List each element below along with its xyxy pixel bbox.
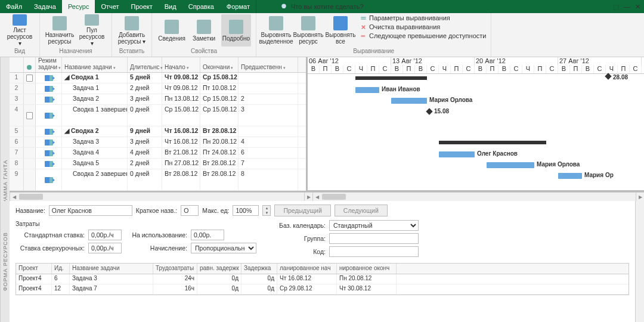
gantt-chart[interactable]: 06 Авг '1213 Авг '1220 Авг '1227 Авг '12… <box>308 57 644 190</box>
tab-Проект[interactable]: Проект <box>125 0 159 13</box>
hscroll[interactable]: ◀▶◀▶ <box>10 192 644 201</box>
tab-Формат[interactable]: Формат <box>221 0 256 13</box>
tell-me[interactable]: Что вы хотите сделать? <box>280 3 364 10</box>
level-selection-button[interactable]: Выровнять выделенное <box>261 14 291 47</box>
task-row[interactable]: 3 Задача 23 днейПн 13.08.12Ср 15.08.122 <box>10 94 306 105</box>
code-input[interactable] <box>329 246 419 257</box>
vscroll[interactable] <box>635 201 644 322</box>
next-overallocation[interactable]: Следующее превышение доступности <box>360 32 486 39</box>
resource-form-tab[interactable]: ФОРМА РЕСУРСОВ <box>0 201 10 322</box>
details-button[interactable]: Подробно <box>221 14 251 47</box>
assignment-row[interactable]: Проект412Задача 716ч0д0дСр 29.08.12Чт 30… <box>16 284 628 295</box>
level-resource-button[interactable]: Выровнять ресурс <box>293 14 323 47</box>
tab-Справка[interactable]: Справка <box>182 0 220 13</box>
prev-button[interactable]: Предыдущий <box>274 205 330 216</box>
per-use-input[interactable] <box>191 230 224 240</box>
level-all-button[interactable]: Выровнять все <box>326 14 355 47</box>
task-grid[interactable]: Режим задачи ▾Название задачи ▾Длительнс… <box>10 57 308 190</box>
assign-resources-button[interactable]: Назначить ресурсы <box>45 14 75 47</box>
initials-input[interactable] <box>181 205 199 216</box>
window-controls[interactable]: ⬚—✕ <box>613 3 644 11</box>
clear-leveling[interactable]: Очистка выравнивания <box>360 23 486 30</box>
task-row[interactable]: 5◢ Сводка 29 днейЧт 16.08.12Вт 28.08.12 <box>10 126 306 137</box>
svg-rect-2 <box>361 35 365 37</box>
task-row[interactable]: 8 Задача 52 днейПн 27.08.12Вт 28.08.127 <box>10 159 306 169</box>
calendar-select[interactable]: Стандартный <box>329 220 419 231</box>
info-button[interactable]: Сведения <box>157 14 187 47</box>
svg-rect-0 <box>361 17 366 17</box>
add-resources-button[interactable]: Добавить ресурсы ▾ <box>117 14 147 47</box>
svg-point-3 <box>27 65 32 70</box>
task-row[interactable]: 4 Сводка 1 завершена0 днейСр 15.08.12Ср … <box>10 105 306 126</box>
menu-bar: ФайлЗадачаРесурсОтчетПроектВидСправкаФор… <box>0 0 644 13</box>
spinner[interactable]: ▲▼ <box>262 205 271 216</box>
notes-button[interactable]: Заметки <box>189 14 219 47</box>
assignment-row[interactable]: Проект46Задача 324ч0д0дЧт 16.08.12Пн 20.… <box>16 274 628 284</box>
tab-Ресурс[interactable]: Ресурс <box>62 0 95 13</box>
tab-Файл[interactable]: Файл <box>0 0 28 13</box>
std-rate-input[interactable] <box>88 230 122 240</box>
task-row[interactable]: 7 Задача 44 днейВт 21.08.12Пт 24.08.126 <box>10 148 306 159</box>
ovt-rate-input[interactable] <box>88 243 122 253</box>
tab-Задача[interactable]: Задача <box>28 0 62 13</box>
task-row[interactable]: 6 Задача 33 днейЧт 16.08.12Пн 20.08.124 <box>10 137 306 148</box>
accrual-select[interactable]: Пропорциональное <box>191 243 256 253</box>
next-button[interactable]: Следующий <box>335 205 388 216</box>
resource-form: Название: Краткое назв.: Макс. ед:▲▼ Пре… <box>10 201 635 322</box>
tab-Отчет[interactable]: Отчет <box>95 0 125 13</box>
name-input[interactable] <box>49 205 132 216</box>
task-row[interactable]: 1◢ Сводка 15 днейЧт 09.08.12Ср 15.08.12 <box>10 73 306 83</box>
assignment-table[interactable]: ПроектИд.Название задачиТрудозатратыравн… <box>16 263 629 295</box>
task-row[interactable]: 9 Сводка 2 завершена0 днейВт 28.08.12Вт … <box>10 169 306 191</box>
group-input[interactable] <box>329 233 419 244</box>
tab-Вид[interactable]: Вид <box>159 0 182 13</box>
ribbon: Лист ресурсов ▾Вид Назначить ресурсыПул … <box>0 13 644 57</box>
task-row[interactable]: 2 Задача 12 днейЧт 09.08.12Пт 10.08.12 <box>10 83 306 94</box>
max-units-input[interactable] <box>233 205 259 216</box>
svg-rect-1 <box>361 18 366 19</box>
resource-pool-button[interactable]: Пул ресурсов ▾ <box>77 14 107 47</box>
leveling-options[interactable]: Параметры выравнивания <box>360 14 486 21</box>
sheet-resources-button[interactable]: Лист ресурсов ▾ <box>5 14 35 47</box>
